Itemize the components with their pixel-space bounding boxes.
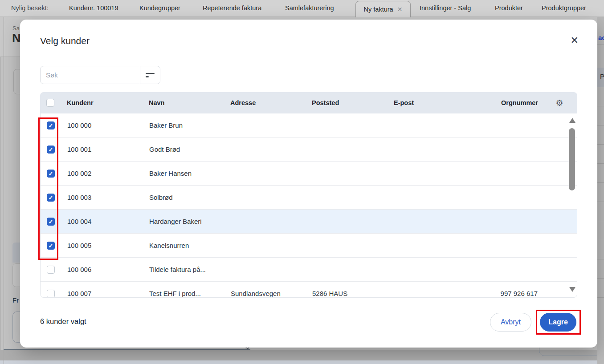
cell-navn: Baker Hansen (149, 170, 231, 177)
nav-item-produktgrupper[interactable]: Produktgrupper (542, 4, 586, 12)
table-row[interactable]: 100 004 Hardanger Bakeri (41, 210, 577, 234)
tab-ny-faktura[interactable]: Ny faktura ✕ (355, 1, 411, 17)
table-header: Kundenr Navn Adresse Poststed E-post Org… (40, 92, 577, 113)
background-strip (0, 360, 604, 364)
cancel-button[interactable]: Avbryt (490, 313, 531, 332)
cell-kundenr: 100 006 (67, 266, 149, 273)
dialog-title: Velg kunder (40, 36, 90, 46)
cell-navn: Tildele faktura på... (149, 266, 231, 273)
table-row[interactable]: 100 000 Baker Brun (41, 113, 577, 138)
scroll-down-icon[interactable] (569, 287, 575, 292)
col-header-poststed: Poststed (312, 99, 394, 106)
col-header-adresse: Adresse (230, 99, 312, 106)
row-checkbox[interactable] (47, 266, 55, 274)
gear-icon[interactable]: ⚙ (542, 98, 577, 108)
row-checkbox[interactable] (47, 218, 55, 226)
row-checkbox[interactable] (47, 146, 55, 154)
velg-kunder-dialog: Velg kunder ✕ Kundenr Navn Adresse Posts… (20, 20, 597, 348)
cell-orgnummer: 997 926 617 (476, 290, 541, 297)
scroll-up-icon[interactable] (569, 118, 575, 123)
cell-adresse: Sundlandsvegen (231, 290, 312, 297)
save-button[interactable]: Lagre (540, 313, 576, 332)
cell-navn: Solbrød (149, 194, 231, 201)
table-row[interactable]: 100 003 Solbrød (41, 186, 577, 210)
background-field-label-fragment: Fr (12, 296, 19, 304)
search-input[interactable] (41, 66, 140, 84)
table-row[interactable]: 100 005 Kanelsnurren (41, 234, 577, 258)
nav-item-produkter[interactable]: Produkter (495, 4, 523, 12)
tab-ny-faktura-label: Ny faktura (364, 6, 393, 13)
cell-kundenr: 100 002 (67, 170, 149, 177)
background-page-border (4, 17, 4, 364)
nav-item-innstillinger-salg[interactable]: Innstillinger - Salg (420, 4, 471, 12)
cell-kundenr: 100 005 (67, 242, 149, 249)
col-header-epost: E-post (394, 99, 476, 106)
nav-item-kundegrupper[interactable]: Kundegrupper (139, 4, 180, 12)
col-header-orgnummer: Orgnummer (476, 99, 542, 106)
search-box (40, 66, 160, 84)
nav-item-samlefakturering[interactable]: Samlefakturering (285, 4, 334, 12)
cell-kundenr: 100 004 (67, 218, 149, 225)
tab-close-icon[interactable]: ✕ (397, 6, 403, 13)
cell-navn: Test EHF i prod... (149, 290, 231, 297)
recently-visited-bar: Nylig besøkt: Kundenr. 100019 Kundegrupp… (0, 0, 604, 17)
cell-kundenr: 100 007 (67, 290, 149, 297)
close-icon[interactable]: ✕ (571, 36, 579, 45)
table-row[interactable]: 100 007 Test EHF i prod... Sundlandsvege… (41, 282, 577, 298)
cell-kundenr: 100 003 (67, 194, 149, 201)
filter-icon (146, 73, 155, 77)
row-checkbox[interactable] (47, 170, 55, 178)
row-checkbox[interactable] (47, 290, 55, 298)
cell-navn: Godt Brød (149, 146, 231, 153)
col-header-kundenr: Kundenr (67, 99, 149, 106)
background-cell-fragment: P (600, 73, 604, 80)
background-area (0, 350, 604, 360)
screen: Sa N Fr ac P Nylig besøkt: Kundenr. 1000… (0, 0, 604, 364)
nav-item-kundenr[interactable]: Kundenr. 100019 (69, 4, 118, 12)
background-breadcrumb-fragment: Sa (12, 25, 20, 32)
col-header-navn: Navn (149, 99, 230, 106)
table-row[interactable]: 100 002 Baker Hansen (41, 162, 577, 186)
nav-item-repeterende-faktura[interactable]: Repeterende faktura (203, 4, 261, 12)
background-page-title-fragment: N (12, 32, 21, 45)
scrollbar-thumb[interactable] (569, 128, 575, 190)
row-checkbox[interactable] (47, 121, 55, 129)
background-textarea-edge (4, 349, 250, 350)
cell-navn: Kanelsnurren (149, 242, 231, 249)
cell-kundenr: 100 001 (67, 146, 149, 153)
filter-button[interactable] (140, 66, 160, 84)
cell-poststed: 5286 HAUS (312, 290, 394, 297)
background-link-fragment: ac (598, 34, 604, 41)
selected-count: 6 kunder valgt (40, 317, 86, 326)
recently-visited-label: Nylig besøkt: (11, 4, 49, 12)
table-row[interactable]: 100 006 Tildele faktura på... (41, 258, 577, 282)
select-all-checkbox[interactable] (46, 99, 54, 107)
cell-kundenr: 100 000 (67, 121, 149, 129)
row-checkbox[interactable] (47, 194, 55, 202)
cell-navn: Baker Brun (149, 121, 231, 129)
cell-navn: Hardanger Bakeri (149, 218, 231, 225)
customer-table: 100 000 Baker Brun 100 001 Godt Brød (40, 113, 577, 298)
row-checkbox[interactable] (47, 242, 55, 250)
table-row[interactable]: 100 001 Godt Brød (41, 138, 577, 162)
